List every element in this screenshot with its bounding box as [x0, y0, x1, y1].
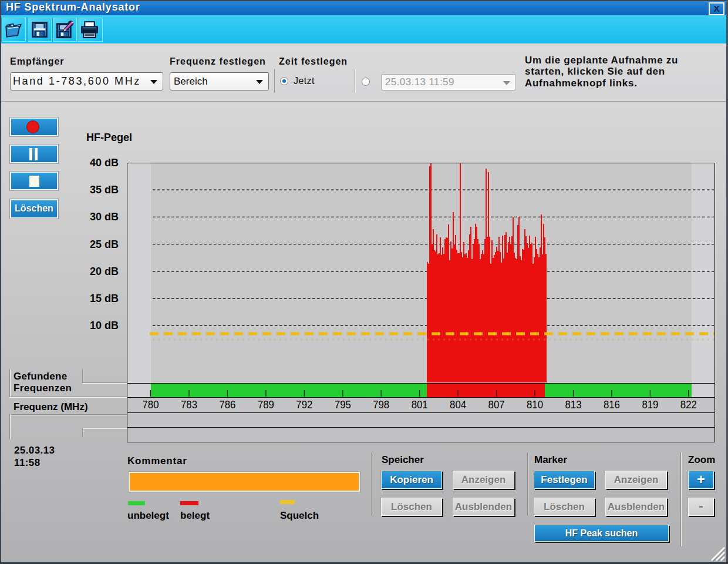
svg-text:795: 795 — [335, 398, 351, 411]
svg-text:786: 786 — [219, 398, 235, 411]
svg-text:822: 822 — [680, 398, 697, 411]
svg-text:816: 816 — [604, 398, 620, 411]
svg-text:801: 801 — [412, 398, 428, 411]
svg-text:783: 783 — [181, 398, 197, 411]
svg-text:780: 780 — [143, 398, 159, 411]
svg-text:807: 807 — [488, 398, 505, 411]
svg-text:819: 819 — [642, 398, 658, 411]
svg-text:792: 792 — [296, 398, 312, 411]
svg-text:798: 798 — [373, 398, 389, 411]
svg-text:810: 810 — [527, 398, 543, 411]
svg-text:813: 813 — [565, 398, 582, 411]
svg-text:789: 789 — [258, 398, 274, 411]
svg-text:804: 804 — [450, 398, 466, 411]
